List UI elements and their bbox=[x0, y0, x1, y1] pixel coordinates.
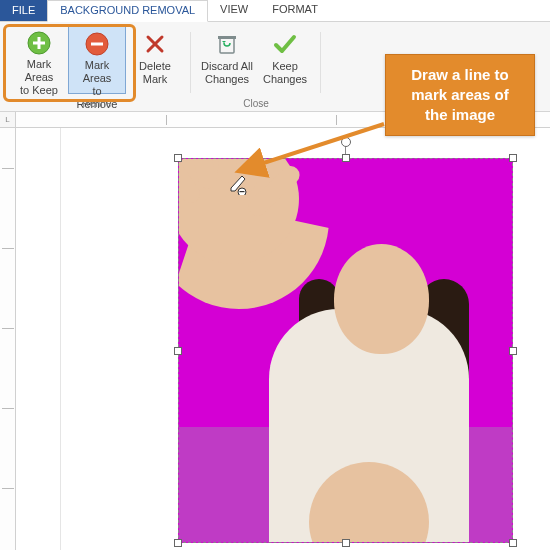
document-area[interactable] bbox=[16, 128, 550, 550]
image-content bbox=[179, 159, 512, 542]
tab-view[interactable]: VIEW bbox=[208, 0, 260, 21]
svg-rect-2 bbox=[33, 42, 45, 45]
discard-all-changes-button[interactable]: Discard All Changes bbox=[198, 26, 256, 94]
label-line1: Keep bbox=[272, 60, 298, 73]
group-label-refine: Refine bbox=[83, 98, 112, 111]
selected-image[interactable] bbox=[178, 158, 513, 543]
label-line2: Mark bbox=[143, 73, 167, 86]
label-line1: Discard All bbox=[201, 60, 253, 73]
mark-areas-to-remove-button[interactable]: Mark Areas to Remove bbox=[68, 26, 126, 94]
svg-marker-9 bbox=[222, 41, 226, 43]
resize-handle-b[interactable] bbox=[342, 539, 350, 547]
mark-areas-to-keep-button[interactable]: Mark Areas to Keep bbox=[10, 26, 68, 94]
resize-handle-r[interactable] bbox=[509, 347, 517, 355]
minus-circle-icon bbox=[83, 31, 111, 57]
svg-rect-8 bbox=[218, 36, 236, 39]
label-line1: Mark Areas bbox=[12, 58, 66, 84]
checkmark-icon bbox=[271, 30, 299, 58]
svg-rect-4 bbox=[91, 43, 103, 46]
group-refine: Mark Areas to Keep Mark Areas to Remove bbox=[4, 26, 190, 111]
resize-handle-t[interactable] bbox=[342, 154, 350, 162]
label-line2: Changes bbox=[205, 73, 249, 86]
delete-x-icon bbox=[141, 30, 169, 58]
label-line1: Delete bbox=[139, 60, 171, 73]
resize-handle-tr[interactable] bbox=[509, 154, 517, 162]
label-line1: Mark Areas bbox=[71, 59, 123, 85]
delete-mark-button[interactable]: Delete Mark bbox=[126, 26, 184, 94]
tab-file[interactable]: FILE bbox=[0, 0, 47, 21]
tab-format[interactable]: FORMAT bbox=[260, 0, 330, 21]
resize-handle-bl[interactable] bbox=[174, 539, 182, 547]
resize-handle-l[interactable] bbox=[174, 347, 182, 355]
ribbon-tabs: FILE BACKGROUND REMOVAL VIEW FORMAT bbox=[0, 0, 550, 22]
resize-handle-tl[interactable] bbox=[174, 154, 182, 162]
rotation-handle[interactable] bbox=[341, 137, 351, 147]
plus-circle-icon bbox=[25, 30, 53, 56]
label-line2: Changes bbox=[263, 73, 307, 86]
vertical-ruler[interactable] bbox=[0, 128, 16, 550]
group-close: Discard All Changes Keep Changes Close bbox=[192, 26, 320, 111]
resize-handle-br[interactable] bbox=[509, 539, 517, 547]
keep-changes-button[interactable]: Keep Changes bbox=[256, 26, 314, 94]
recycle-bin-icon bbox=[213, 30, 241, 58]
label-line2: to Keep bbox=[20, 84, 58, 97]
group-label-close: Close bbox=[243, 98, 269, 111]
ruler-corner: L bbox=[0, 112, 16, 128]
tutorial-callout: Draw a line to mark areas of the image bbox=[385, 54, 535, 136]
tab-background-removal[interactable]: BACKGROUND REMOVAL bbox=[47, 0, 208, 22]
